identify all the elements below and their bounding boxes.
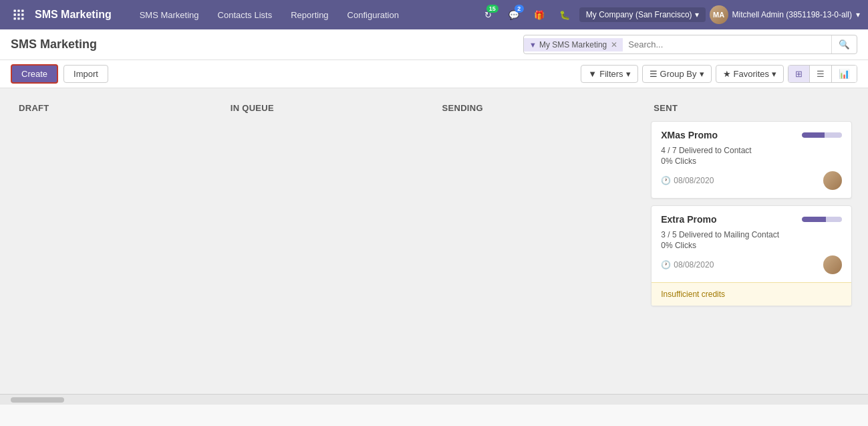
card-footer-extra: 🕐 08/08/2020 bbox=[661, 255, 842, 274]
card-footer-xmas: 🕐 08/08/2020 bbox=[661, 171, 842, 190]
company-label: My Company (San Francisco) bbox=[586, 10, 692, 19]
refresh-badge: 15 bbox=[486, 5, 498, 13]
card-clicks-extra: 0% Clicks bbox=[661, 241, 842, 250]
kanban-view-icon: ⊞ bbox=[795, 69, 803, 79]
filters-icon: ▼ bbox=[588, 69, 597, 79]
kanban-card-extra-promo[interactable]: Extra Promo 3 / 5 Delivered to Mailing C… bbox=[651, 205, 852, 306]
svg-rect-0 bbox=[14, 10, 16, 12]
favorites-chevron-icon: ▾ bbox=[772, 69, 776, 79]
card-progress-bar-xmas bbox=[802, 132, 842, 138]
create-button[interactable]: Create bbox=[11, 64, 58, 84]
page-header: SMS Marketing ▼ My SMS Marketing ✕ 🔍 bbox=[0, 29, 868, 60]
search-filter-tag: ▼ My SMS Marketing ✕ bbox=[524, 38, 623, 51]
card-body-extra-promo: Extra Promo 3 / 5 Delivered to Mailing C… bbox=[652, 206, 851, 282]
svg-rect-7 bbox=[17, 17, 19, 19]
user-avatar: MA bbox=[710, 5, 728, 24]
list-view-icon: ☰ bbox=[817, 69, 825, 79]
insufficient-credits-text: Insufficient credits bbox=[661, 290, 725, 299]
card-progress-bar-extra bbox=[802, 217, 842, 222]
kanban-column-sent: Sent XMas Promo 4 / 7 Delivered to Conta… bbox=[645, 99, 857, 383]
card-progress-remaining-extra bbox=[826, 217, 842, 222]
card-delivered-xmas: 4 / 7 Delivered to Contact bbox=[661, 146, 842, 155]
svg-rect-2 bbox=[21, 10, 23, 12]
group-by-button[interactable]: ☰ Group By ▾ bbox=[642, 65, 712, 83]
card-date-label-xmas: 08/08/2020 bbox=[674, 176, 714, 185]
kanban-board: Draft In Queue Sending Sent XMas Promo 4… bbox=[0, 88, 868, 394]
list-view-button[interactable]: ☰ bbox=[810, 66, 832, 82]
svg-rect-8 bbox=[21, 17, 23, 19]
card-avatar-xmas bbox=[823, 171, 842, 190]
nav-link-sms-marketing[interactable]: SMS Marketing bbox=[130, 0, 208, 29]
kanban-card-xmas-promo[interactable]: XMas Promo 4 / 7 Delivered to Contact 0%… bbox=[651, 121, 852, 199]
card-header-row-extra: Extra Promo bbox=[661, 214, 842, 225]
nav-right-group: ↻ 15 💬 2 🎁 🐛 My Company (San Francisco) … bbox=[478, 4, 860, 25]
clock-icon-extra: 🕐 bbox=[661, 260, 671, 270]
nav-link-reporting[interactable]: Reporting bbox=[281, 0, 337, 29]
insufficient-credits-banner: Insufficient credits bbox=[652, 282, 851, 306]
kanban-view-button[interactable]: ⊞ bbox=[788, 66, 810, 82]
toolbar-right: ▼ Filters ▾ ☰ Group By ▾ ★ Favorites ▾ ⊞… bbox=[581, 65, 857, 83]
svg-rect-5 bbox=[21, 13, 23, 15]
nav-link-contacts-lists[interactable]: Contacts Lists bbox=[208, 0, 282, 29]
card-title-extra-promo: Extra Promo bbox=[661, 214, 716, 225]
toolbar: Create Import ▼ Filters ▾ ☰ Group By ▾ ★… bbox=[0, 60, 868, 88]
svg-rect-6 bbox=[14, 17, 16, 19]
svg-rect-4 bbox=[17, 13, 19, 15]
chart-view-icon: 📊 bbox=[839, 69, 850, 79]
kanban-column-sending: Sending bbox=[434, 99, 646, 383]
favorites-label: Favorites bbox=[734, 69, 769, 79]
import-button[interactable]: Import bbox=[63, 65, 108, 83]
filter-tag-icon: ▼ bbox=[529, 41, 537, 49]
card-date-label-extra: 08/08/2020 bbox=[674, 260, 714, 270]
search-button[interactable]: 🔍 bbox=[831, 35, 857, 54]
chart-view-button[interactable]: 📊 bbox=[832, 66, 857, 82]
user-label: Mitchell Admin (3851198-13-0-all) bbox=[732, 10, 852, 19]
svg-rect-3 bbox=[14, 13, 16, 15]
bug-icon: 🐛 bbox=[559, 10, 570, 20]
filters-button[interactable]: ▼ Filters ▾ bbox=[581, 65, 637, 83]
top-navigation: SMS Marketing SMS Marketing Contacts Lis… bbox=[0, 0, 868, 29]
card-header-row: XMas Promo bbox=[661, 130, 842, 140]
filters-chevron-icon: ▾ bbox=[626, 69, 631, 79]
card-progress-remaining-xmas bbox=[825, 132, 842, 138]
scrollbar-thumb bbox=[11, 397, 64, 403]
kanban-column-draft: Draft bbox=[11, 99, 223, 383]
horizontal-scrollbar[interactable] bbox=[0, 394, 868, 405]
search-bar: ▼ My SMS Marketing ✕ 🔍 bbox=[523, 35, 857, 54]
bug-icon-button[interactable]: 🐛 bbox=[554, 4, 575, 25]
column-header-sent: Sent bbox=[651, 99, 852, 121]
kanban-column-in-queue: In Queue bbox=[223, 99, 434, 383]
search-input[interactable] bbox=[623, 37, 831, 52]
group-by-label: Group By bbox=[660, 69, 697, 79]
gift-icon-button[interactable]: 🎁 bbox=[529, 4, 550, 25]
nav-link-configuration[interactable]: Configuration bbox=[338, 0, 408, 29]
group-by-chevron-icon: ▾ bbox=[700, 69, 704, 79]
app-brand-label: SMS Marketing bbox=[35, 9, 112, 21]
user-menu[interactable]: MA Mitchell Admin (3851198-13-0-all) ▾ bbox=[710, 5, 860, 24]
card-delivered-extra: 3 / 5 Delivered to Mailing Contact bbox=[661, 230, 842, 239]
user-dropdown-icon: ▾ bbox=[856, 10, 860, 19]
svg-rect-1 bbox=[17, 10, 19, 12]
card-progress-fill-extra bbox=[802, 217, 826, 222]
search-tag-label: My SMS Marketing bbox=[539, 40, 607, 49]
card-date-extra: 🕐 08/08/2020 bbox=[661, 260, 714, 270]
refresh-icon-button[interactable]: ↻ 15 bbox=[478, 4, 499, 25]
favorites-star-icon: ★ bbox=[723, 69, 731, 79]
column-header-sending: Sending bbox=[440, 99, 641, 121]
column-header-draft: Draft bbox=[16, 99, 217, 121]
card-date-xmas: 🕐 08/08/2020 bbox=[661, 176, 714, 185]
chat-badge: 2 bbox=[515, 5, 524, 13]
card-clicks-xmas: 0% Clicks bbox=[661, 156, 842, 166]
column-header-in-queue: In Queue bbox=[228, 99, 429, 121]
company-selector[interactable]: My Company (San Francisco) ▾ bbox=[579, 7, 706, 22]
group-by-icon: ☰ bbox=[649, 69, 658, 79]
apps-menu-button[interactable] bbox=[8, 4, 29, 25]
nav-links-group: SMS Marketing Contacts Lists Reporting C… bbox=[130, 0, 478, 29]
chat-icon-button[interactable]: 💬 2 bbox=[503, 4, 525, 25]
card-title-xmas-promo: XMas Promo bbox=[661, 130, 718, 140]
favorites-button[interactable]: ★ Favorites ▾ bbox=[716, 65, 784, 83]
filters-label: Filters bbox=[599, 69, 623, 79]
view-toggle-group: ⊞ ☰ 📊 bbox=[788, 65, 857, 83]
company-dropdown-icon: ▾ bbox=[695, 10, 699, 19]
search-tag-close[interactable]: ✕ bbox=[611, 40, 617, 49]
